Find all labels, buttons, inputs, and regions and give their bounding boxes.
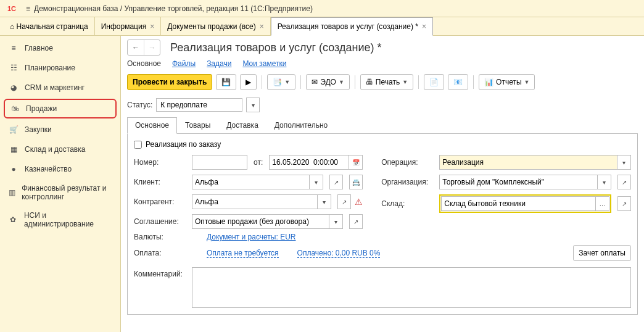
client-card-button[interactable]: 📇 — [349, 175, 363, 189]
sidebar-item-purchases[interactable]: 🛒Закупки — [0, 120, 120, 139]
sidebar-item-crm[interactable]: ◕CRM и маркетинг — [0, 78, 120, 98]
store-input[interactable] — [441, 196, 596, 211]
org-label: Организация: — [381, 178, 436, 186]
edo-button[interactable]: ✉ЭДО▼ — [306, 74, 350, 90]
save-icon: 💾 — [221, 78, 231, 86]
operation-dropdown[interactable]: ▾ — [617, 155, 631, 170]
pie-icon: ◕ — [9, 83, 19, 93]
offset-payment-button[interactable]: Зачет оплаты — [573, 245, 631, 261]
page-title: Реализация товаров и услуг (создание) * — [170, 41, 381, 54]
client-input[interactable] — [192, 175, 310, 189]
sidebar-item-sales[interactable]: 🛍Продажи — [4, 99, 117, 118]
paid-link[interactable]: Оплачено: 0,00 RUB 0% — [297, 249, 381, 258]
store-select-button[interactable]: … — [596, 196, 609, 211]
warning-icon: ⚠ — [355, 197, 363, 207]
store-open-button[interactable]: ↗ — [617, 196, 631, 211]
post-close-button[interactable]: Провести и закрыть — [127, 74, 212, 90]
app-logo: 1C — [4, 2, 20, 15]
boxes-icon: ▦ — [9, 144, 19, 154]
contragent-label: Контрагент: — [134, 197, 188, 206]
close-icon[interactable]: × — [260, 22, 264, 31]
sidebar-item-finance[interactable]: ▥Финансовый результат и контроллинг — [0, 179, 120, 206]
close-icon[interactable]: × — [150, 22, 154, 31]
toolbar: Провести и закрыть 💾 ▶ 📑▼ ✉ЭДО▼ 🖶Печать▼… — [127, 74, 638, 90]
sidebar-item-warehouse[interactable]: ▦Склад и доставка — [0, 139, 120, 159]
sidebar-item-admin[interactable]: ✿НСИ и администрирование — [0, 206, 120, 233]
tab-home[interactable]: ⌂ Начальная страница — [4, 17, 95, 35]
subtab-files[interactable]: Файлы — [172, 59, 196, 68]
content: ← → Реализация товаров и услуг (создание… — [121, 36, 644, 332]
status-select[interactable]: К предоплате — [156, 98, 242, 112]
pay-required-link[interactable]: Оплата не требуется — [207, 249, 279, 258]
files-button[interactable]: 📄 — [424, 74, 444, 90]
basedon-button[interactable]: 📑▼ — [267, 74, 295, 90]
bag-icon: 🛍 — [10, 104, 20, 114]
save-button[interactable]: 💾 — [216, 74, 236, 90]
app-title: Демонстрационная база / Управление торго… — [34, 4, 313, 13]
innertab-delivery[interactable]: Доставка — [218, 117, 266, 133]
date-input[interactable] — [269, 155, 349, 170]
client-open-button[interactable]: ↗ — [329, 175, 343, 189]
print-button[interactable]: 🖶Печать▼ — [360, 74, 413, 90]
subtab-tasks[interactable]: Задачи — [207, 59, 231, 68]
comment-label: Комментарий: — [134, 267, 188, 308]
sidebar-item-main[interactable]: ≡Главное — [0, 38, 120, 58]
tab-sales-docs[interactable]: Документы продажи (все) × — [161, 17, 270, 35]
by-order-label: Реализация по заказу — [146, 140, 221, 149]
by-order-checkbox[interactable] — [134, 141, 142, 149]
close-icon[interactable]: × — [422, 22, 426, 31]
chart-icon: ▥ — [9, 188, 15, 197]
forward-button[interactable]: → — [144, 40, 160, 55]
form-body: Реализация по заказу Номер: от: 📅 Клие — [127, 134, 638, 315]
agreement-open-button[interactable]: ↗ — [349, 214, 363, 229]
status-dropdown-button[interactable]: ▾ — [246, 98, 260, 112]
innertab-goods[interactable]: Товары — [177, 117, 218, 133]
post-button[interactable]: ▶ — [240, 74, 257, 90]
main-tabstrip: ⌂ Начальная страница Информация × Докуме… — [0, 17, 644, 36]
cart-icon: 🛒 — [9, 125, 19, 135]
comment-textarea[interactable] — [192, 267, 631, 308]
innertab-main[interactable]: Основное — [127, 117, 177, 134]
tab-label: Реализация товаров и услуг (создание) * — [278, 22, 418, 31]
client-dropdown[interactable]: ▾ — [310, 175, 323, 189]
subtabs: Основное Файлы Задачи Мои заметки — [127, 59, 638, 68]
innertab-extra[interactable]: Дополнительно — [266, 117, 336, 133]
mail-icon: ✉ — [312, 78, 318, 86]
pay-label: Оплата: — [134, 249, 188, 257]
tab-realization-create[interactable]: Реализация товаров и услуг (создание) * … — [271, 17, 433, 36]
contragent-open-button[interactable]: ↗ — [337, 194, 351, 209]
report-icon: 📊 — [484, 78, 493, 86]
copy-icon: 📑 — [273, 78, 282, 86]
tab-label: Документы продажи (все) — [167, 22, 255, 31]
subtab-main[interactable]: Основное — [127, 59, 161, 68]
sidebar-item-planning[interactable]: ☷Планирование — [0, 58, 120, 78]
currency-link[interactable]: Документ и расчеты: EUR — [207, 233, 295, 241]
nav-buttons: ← → — [127, 39, 160, 56]
contragent-dropdown[interactable]: ▾ — [318, 194, 331, 209]
contragent-input[interactable] — [192, 194, 318, 209]
number-label: Номер: — [134, 158, 188, 167]
operation-input[interactable] — [439, 155, 617, 170]
org-dropdown[interactable]: ▾ — [598, 175, 611, 189]
gear-icon: ✿ — [9, 215, 18, 225]
home-icon: ⌂ — [10, 22, 14, 31]
print-icon: 🖶 — [366, 78, 373, 86]
agreement-input[interactable] — [192, 214, 329, 229]
coin-icon: ● — [9, 164, 19, 174]
subtab-notes[interactable]: Мои заметки — [242, 59, 286, 68]
client-label: Клиент: — [134, 178, 188, 186]
org-input[interactable] — [439, 175, 598, 189]
org-open-button[interactable]: ↗ — [617, 175, 631, 189]
calendar-button[interactable]: 📅 — [349, 155, 363, 170]
mail-button[interactable]: 📧 — [448, 74, 468, 90]
number-input[interactable] — [192, 155, 247, 170]
dropdown-icon[interactable]: ≡ — [26, 4, 30, 13]
sidebar-item-treasury[interactable]: ●Казначейство — [0, 159, 120, 179]
agreement-dropdown[interactable]: ▾ — [329, 214, 343, 229]
status-label: Статус: — [127, 101, 152, 109]
back-button[interactable]: ← — [128, 40, 144, 55]
agreement-label: Соглашение: — [134, 217, 188, 226]
tab-info[interactable]: Информация × — [95, 17, 162, 35]
reports-button[interactable]: 📊Отчеты▼ — [479, 74, 535, 90]
tab-label: Информация — [101, 22, 146, 31]
